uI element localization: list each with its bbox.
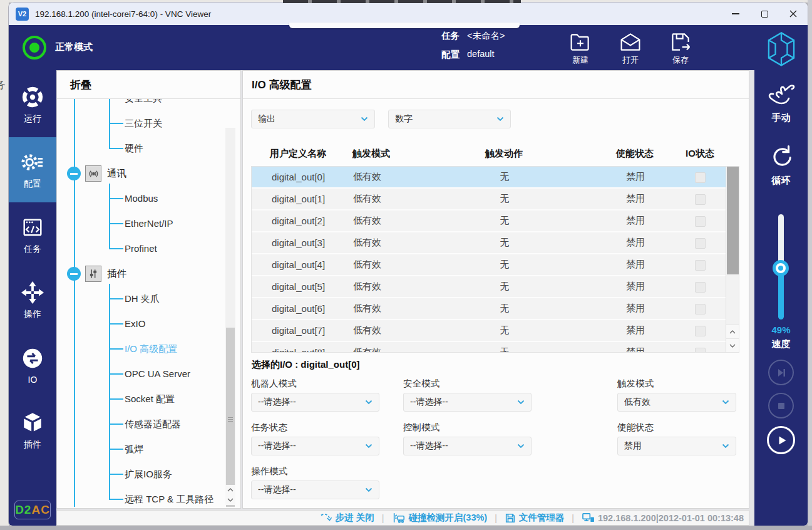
field-select[interactable]: --请选择-- [403, 393, 532, 412]
tree-item-8[interactable]: DH 夹爪 [57, 286, 240, 311]
table-row-8[interactable]: digital_out[8]低有效无禁用 [252, 342, 726, 352]
cell-name: digital_out[3] [252, 237, 353, 248]
table-row-3[interactable]: digital_out[3]低有效无禁用 [252, 232, 726, 254]
tree-item-2[interactable]: 硬件 [57, 136, 240, 161]
cell-enable-state: 禁用 [558, 346, 675, 352]
field-select[interactable]: --请选择-- [251, 437, 379, 455]
header-action-label: 保存 [672, 55, 689, 66]
tree-item-label: 通讯 [107, 161, 126, 186]
play-icon [775, 434, 788, 447]
collapse-node-icon[interactable] [67, 267, 81, 281]
loop-mode-button[interactable]: 循环 [754, 144, 808, 187]
field-select[interactable]: --请选择-- [403, 437, 532, 455]
manual-mode-button[interactable]: 手动 [754, 84, 808, 124]
window-titlebar[interactable]: V2 192.168.1.200 (intel-corei7-64:0) - V… [9, 3, 808, 25]
tree-item-0[interactable]: 安全工具 [57, 99, 240, 111]
sidebar-item-3[interactable]: 操作 [9, 268, 56, 333]
field-select[interactable]: --请选择-- [251, 481, 379, 499]
sidebar-item-0[interactable]: 运行 [9, 72, 56, 137]
table-scrollbar-thumb[interactable] [727, 167, 739, 274]
speed-label: 速度 [754, 338, 808, 350]
header-action-0[interactable]: 新建 [560, 31, 601, 67]
tree-scrollbar[interactable] [225, 128, 235, 505]
step-mode-toggle[interactable]: 步进 关闭 [320, 512, 374, 524]
tree-item-3[interactable]: 通讯 [57, 161, 240, 186]
tree-scrollbar-thumb[interactable] [226, 328, 235, 507]
chevron-down-icon [729, 344, 736, 348]
field-select[interactable]: --请选择-- [251, 393, 379, 412]
tree-item-12[interactable]: Socket 配置 [57, 387, 240, 412]
sidebar-item-2[interactable]: 任务 [9, 202, 56, 268]
column-header: 用户定义名称 [251, 148, 352, 160]
tree-item-4[interactable]: Modbus [57, 186, 240, 211]
sidebar-item-4[interactable]: IO [9, 333, 56, 398]
tree-item-1[interactable]: 三位开关 [57, 111, 240, 136]
file-manager-button[interactable]: 文件管理器 [505, 512, 565, 524]
scroll-up-button[interactable] [225, 485, 235, 495]
collision-icon [392, 512, 406, 524]
table-row-7[interactable]: digital_out[7]低有效无禁用 [252, 320, 726, 342]
cell-trigger-action: 无 [451, 346, 558, 352]
collapse-node-icon[interactable] [67, 167, 81, 180]
table-scrollbar[interactable] [726, 167, 739, 352]
tree-connector-stub [109, 198, 123, 199]
tree-item-15[interactable]: 扩展IO服务 [57, 462, 240, 487]
header-action-1[interactable]: 打开 [610, 31, 651, 67]
column-header: 触发模式 [352, 148, 450, 160]
table-row-0[interactable]: digital_out[0]低有效无禁用 [252, 167, 726, 189]
scroll-down-button[interactable] [225, 495, 235, 505]
desktop-edge-right [808, 0, 812, 526]
sidebar-item-1[interactable]: 配置 [9, 137, 56, 202]
tree-item-label: EtherNet/IP [125, 211, 173, 236]
maximize-button[interactable] [750, 3, 779, 25]
play-button[interactable] [767, 426, 795, 454]
tree-item-14[interactable]: 弧焊 [57, 437, 240, 462]
io-type-select[interactable]: 数字 [388, 110, 511, 128]
minimize-button[interactable] [721, 3, 750, 25]
stop-button[interactable] [768, 393, 794, 418]
hand-icon [767, 84, 796, 108]
tree-item-16[interactable]: 远程 TCP & 工具路径 [57, 487, 240, 507]
tree-collapse-button[interactable]: 折叠 [57, 71, 240, 99]
desktop-edge-left: 务 [0, 0, 9, 526]
form-field-5: 使能状态禁用 [617, 422, 736, 455]
table-row-1[interactable]: digital_out[1]低有效无禁用 [252, 189, 726, 210]
sidebar-item-5[interactable]: 插件 [9, 398, 56, 463]
field-select[interactable]: 禁用 [617, 437, 736, 455]
tree-item-6[interactable]: Profinet [57, 236, 240, 261]
collision-detection-toggle[interactable]: 碰撞检测开启(33%) [392, 512, 488, 524]
tree-item-11[interactable]: OPC UA Server [57, 361, 240, 387]
desktop: 务 V2 192.168.1.200 (intel-corei7-64:0) -… [0, 0, 812, 530]
field-label: 控制模式 [403, 422, 532, 435]
tree-item-5[interactable]: EtherNet/IP [57, 211, 240, 236]
tree-item-label: 硬件 [125, 136, 143, 161]
vnc-floating-toolbar[interactable] [283, 0, 521, 3]
table-row-6[interactable]: digital_out[6]低有效无禁用 [252, 298, 726, 320]
tree-item-7[interactable]: 插件 [57, 261, 240, 286]
header-action-2[interactable]: 保存 [660, 31, 701, 67]
run-icon [21, 85, 44, 109]
step-forward-button[interactable] [768, 360, 794, 385]
tree-item-13[interactable]: 传感器适配器 [57, 412, 240, 437]
table-row-5[interactable]: digital_out[5]低有效无禁用 [252, 276, 726, 298]
table-scroll-down-button[interactable] [726, 338, 739, 352]
tree-item-label: DH 夹爪 [125, 286, 160, 311]
io-direction-select[interactable]: 输出 [251, 110, 375, 128]
antenna-icon [85, 165, 101, 182]
close-button[interactable] [779, 3, 808, 25]
vnc-toolbar-peek[interactable] [289, 23, 520, 28]
io-table: digital_out[0]低有效无禁用digital_out[1]低有效无禁用… [251, 166, 739, 353]
table-row-2[interactable]: digital_out[2]低有效无禁用 [252, 210, 726, 232]
selected-io-label: 选择的I/O : digital_out[0] [252, 359, 360, 371]
table-row-4[interactable]: digital_out[4]低有效无禁用 [252, 254, 726, 276]
io-icon [21, 346, 44, 370]
table-scroll-up-button[interactable] [726, 325, 739, 338]
tree-item-9[interactable]: ExIO [57, 311, 240, 336]
speed-slider-thumb[interactable] [773, 260, 789, 276]
tree-item-10[interactable]: I/O 高级配置 [57, 336, 240, 361]
save-file-icon [669, 31, 692, 53]
cell-name: digital_out[6] [252, 303, 353, 314]
cell-name: digital_out[2] [252, 216, 353, 226]
form-field-3: 任务状态--请选择-- [251, 422, 379, 455]
field-select[interactable]: 低有效 [617, 393, 736, 412]
